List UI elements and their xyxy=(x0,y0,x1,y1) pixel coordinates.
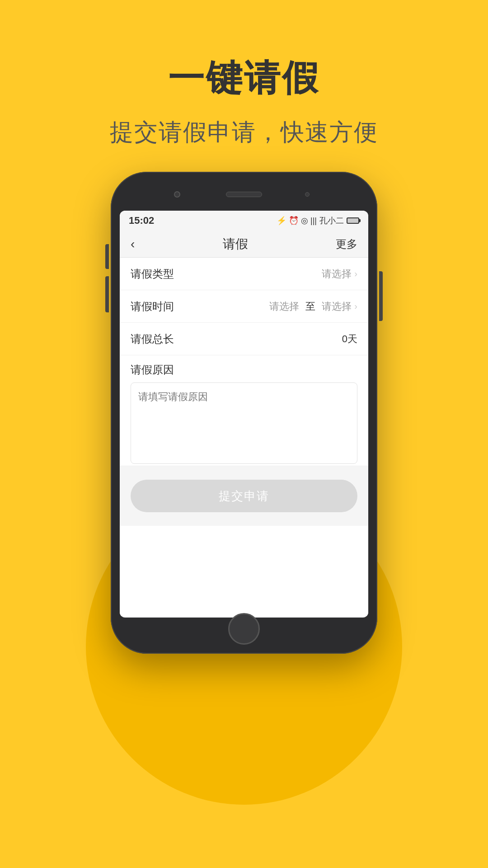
leave-reason-section: 请假原因 xyxy=(120,355,368,466)
back-button[interactable]: ‹ xyxy=(131,237,135,251)
submit-button[interactable]: 提交申请 xyxy=(131,480,357,512)
leave-reason-input[interactable] xyxy=(131,382,357,464)
left-side-buttons xyxy=(105,244,109,312)
leave-time-end: 请选择 xyxy=(322,300,352,313)
leave-type-placeholder: 请选择 xyxy=(322,267,352,281)
leave-duration-row: 请假总长 0天 xyxy=(120,323,368,355)
phone-top-bar xyxy=(120,181,368,208)
submit-section: 提交申请 xyxy=(120,466,368,526)
page-background: 一键请假 提交请假申请，快速方便 xyxy=(0,0,488,868)
leave-type-label: 请假类型 xyxy=(131,267,174,281)
sensor xyxy=(305,192,310,197)
navigation-bar: ‹ 请假 更多 xyxy=(120,231,368,258)
status-time: 15:02 xyxy=(129,215,154,226)
leave-type-row[interactable]: 请假类型 请选择 › xyxy=(120,258,368,290)
leave-type-value[interactable]: 请选择 › xyxy=(322,267,357,281)
leave-time-label: 请假时间 xyxy=(131,299,174,314)
signal-icons: ⚡ ⏰ ◎ ||| xyxy=(277,216,317,226)
leave-time-value[interactable]: 请选择 至 请选择 › xyxy=(269,300,357,313)
status-bar: 15:02 ⚡ ⏰ ◎ ||| 孔小二 xyxy=(120,211,368,231)
time-separator: 至 xyxy=(305,300,315,313)
leave-duration-value: 0天 xyxy=(342,332,357,346)
leave-reason-label: 请假原因 xyxy=(131,363,357,377)
phone-mockup: 15:02 ⚡ ⏰ ◎ ||| 孔小二 ‹ 请假 更多 xyxy=(111,172,377,654)
home-button[interactable] xyxy=(228,613,260,645)
status-icons: ⚡ ⏰ ◎ ||| 孔小二 xyxy=(277,215,359,226)
leave-time-row[interactable]: 请假时间 请选择 至 请选择 › xyxy=(120,290,368,323)
phone-screen: 15:02 ⚡ ⏰ ◎ ||| 孔小二 ‹ 请假 更多 xyxy=(120,211,368,618)
main-title: 一键请假 xyxy=(0,54,488,103)
phone-outer-frame: 15:02 ⚡ ⏰ ◎ ||| 孔小二 ‹ 请假 更多 xyxy=(111,172,377,654)
front-camera xyxy=(174,191,180,198)
header-section: 一键请假 提交请假申请，快速方便 xyxy=(0,0,488,175)
user-name: 孔小二 xyxy=(319,215,344,226)
leave-time-start: 请选择 xyxy=(269,300,299,313)
chevron-right-icon-time: › xyxy=(354,301,357,311)
volume-down-button xyxy=(105,276,109,312)
leave-duration-label: 请假总长 xyxy=(131,332,174,346)
nav-title: 请假 xyxy=(223,236,248,253)
chevron-right-icon: › xyxy=(354,269,357,279)
more-button[interactable]: 更多 xyxy=(336,237,357,251)
battery-icon xyxy=(347,217,359,224)
speaker xyxy=(226,192,262,197)
phone-bottom xyxy=(120,618,368,645)
right-side-buttons xyxy=(379,271,383,321)
sub-title: 提交请假申请，快速方便 xyxy=(0,117,488,148)
power-button xyxy=(379,271,383,321)
volume-up-button xyxy=(105,244,109,269)
screen-filler xyxy=(120,526,368,616)
form-content: 请假类型 请选择 › 请假时间 请选择 至 请选择 › xyxy=(120,258,368,526)
